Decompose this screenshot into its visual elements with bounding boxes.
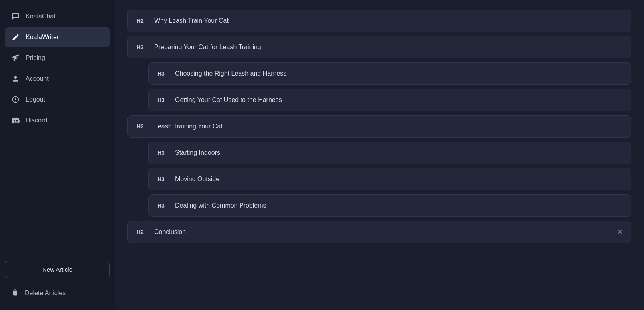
outline-item-6[interactable]: H3Moving Outside (148, 168, 631, 190)
account-icon (11, 74, 20, 83)
heading-badge: H2 (137, 229, 148, 235)
outline-text: Preparing Your Cat for Leash Training (154, 44, 261, 51)
sidebar-item-label: KoalaChat (26, 13, 56, 20)
outline-text: Why Leash Train Your Cat (154, 17, 229, 24)
outline-item-2[interactable]: H3Choosing the Right Leash and Harness (148, 62, 631, 85)
sidebar-item-discord[interactable]: Discord (5, 110, 110, 130)
outline-text: Dealing with Common Problems (175, 202, 266, 209)
outline-text: Getting Your Cat Used to the Harness (175, 96, 282, 104)
outline-item-3[interactable]: H3Getting Your Cat Used to the Harness (148, 89, 631, 111)
outline-item-4[interactable]: H2Leash Training Your Cat (127, 115, 631, 138)
sidebar-item-pricing[interactable]: Pricing (5, 48, 110, 68)
outline-text: Choosing the Right Leash and Harness (175, 70, 286, 77)
outline-item-0[interactable]: H2Why Leash Train Your Cat (127, 10, 631, 32)
sidebar: KoalaChat KoalaWriter Pricing (0, 0, 115, 310)
sidebar-item-label: Discord (26, 117, 47, 124)
outline-text: Leash Training Your Cat (154, 123, 223, 130)
outline-text: Moving Outside (175, 176, 219, 183)
writer-icon (11, 33, 20, 42)
heading-badge: H2 (137, 44, 148, 50)
heading-badge: H2 (137, 18, 148, 24)
heading-badge: H3 (157, 70, 169, 77)
outline-text: Starting Indoors (175, 149, 220, 156)
discord-icon (11, 116, 20, 125)
heading-badge: H3 (157, 150, 169, 156)
sidebar-item-label: Logout (26, 96, 45, 103)
sidebar-item-label: Account (26, 75, 49, 82)
rocket-icon (11, 54, 20, 62)
outline-text: Conclusion (154, 228, 186, 236)
sidebar-item-label: KoalaWriter (26, 34, 59, 41)
logout-icon (11, 95, 20, 104)
heading-badge: H3 (157, 176, 169, 182)
sidebar-bottom: New Article Delete Articles (0, 261, 115, 304)
sidebar-item-koalachat[interactable]: KoalaChat (5, 6, 110, 26)
sidebar-nav: KoalaChat KoalaWriter Pricing (0, 6, 115, 261)
outline-list: H2Why Leash Train Your CatH2Preparing Yo… (115, 0, 644, 310)
outline-item-7[interactable]: H3Dealing with Common Problems (148, 194, 631, 217)
outline-item-8[interactable]: H2Conclusion✕ (127, 221, 631, 243)
heading-badge: H3 (157, 202, 169, 209)
trash-icon (11, 288, 19, 298)
new-article-button[interactable]: New Article (5, 261, 110, 278)
sidebar-item-label: Pricing (26, 54, 45, 62)
close-button[interactable]: ✕ (615, 227, 624, 237)
heading-badge: H2 (137, 123, 148, 130)
sidebar-item-delete-articles[interactable]: Delete Articles (5, 283, 110, 304)
heading-badge: H3 (157, 97, 169, 103)
delete-articles-label: Delete Articles (25, 290, 66, 297)
sidebar-item-koalawriter[interactable]: KoalaWriter (5, 27, 110, 47)
outline-item-5[interactable]: H3Starting Indoors (148, 142, 631, 164)
sidebar-item-account[interactable]: Account (5, 69, 110, 89)
sidebar-item-logout[interactable]: Logout (5, 90, 110, 110)
outline-item-1[interactable]: H2Preparing Your Cat for Leash Training (127, 36, 631, 58)
chat-icon (11, 12, 20, 21)
